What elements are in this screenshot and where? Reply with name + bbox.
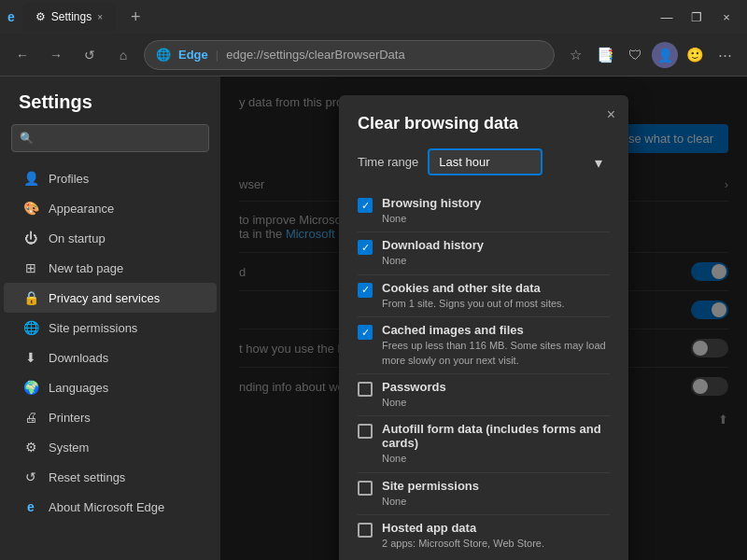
- sidebar-item-new-tab[interactable]: ⊞ New tab page: [4, 253, 217, 283]
- sidebar-item-siteperm-label: Site permissions: [49, 321, 137, 335]
- sidebar-item-profiles-label: Profiles: [49, 172, 89, 186]
- checkbox-cookies-input[interactable]: [358, 283, 373, 298]
- back-button[interactable]: ←: [9, 42, 35, 68]
- checkbox-cookies: Cookies and other site data From 1 site.…: [358, 275, 610, 317]
- sidebar-item-privacy-label: Privacy and services: [49, 291, 160, 305]
- refresh-button[interactable]: ↺: [77, 42, 103, 68]
- sidebar-item-about[interactable]: e About Microsoft Edge: [4, 492, 217, 522]
- time-range-select[interactable]: Last hour Last 24 hours Last 7 days Last…: [428, 148, 543, 175]
- sidebar-search[interactable]: 🔍: [11, 124, 209, 152]
- favorites-icon[interactable]: ☆: [562, 42, 588, 68]
- sidebar-item-startup-label: On startup: [49, 231, 106, 245]
- sidebar-item-privacy[interactable]: 🔒 Privacy and services: [4, 283, 217, 313]
- sidebar-item-newtab-label: New tab page: [49, 261, 123, 275]
- sidebar-item-languages-label: Languages: [49, 381, 108, 395]
- sidebar-item-site-permissions[interactable]: 🌐 Site permissions: [4, 313, 217, 343]
- sidebar-item-profiles[interactable]: 👤 Profiles: [4, 163, 217, 193]
- checkbox-cookies-content: Cookies and other site data From 1 site.…: [382, 281, 565, 311]
- cookies-label: Cookies and other site data: [382, 281, 565, 295]
- address-bar: ← → ↺ ⌂ 🌐 Edge | edge://settings/clearBr…: [0, 34, 747, 77]
- checkbox-browsing-history-input[interactable]: [358, 198, 373, 213]
- checkbox-download-history-input[interactable]: [358, 240, 373, 255]
- maximize-button[interactable]: ❐: [684, 7, 710, 26]
- checkbox-site-permissions-input[interactable]: [358, 481, 373, 496]
- privacy-icon: 🔒: [22, 290, 39, 305]
- profile-icon[interactable]: 👤: [652, 42, 678, 68]
- checkbox-cached-images: Cached images and files Frees up less th…: [358, 317, 610, 374]
- checkbox-download-history: Download history None: [358, 232, 610, 274]
- checkbox-hosted-app-content: Hosted app data 2 apps: Microsoft Store,…: [382, 521, 544, 551]
- reset-icon: ↺: [22, 469, 39, 484]
- sidebar-item-languages[interactable]: 🌍 Languages: [4, 372, 217, 402]
- tab-close-button[interactable]: ×: [97, 12, 103, 22]
- tab-settings-icon: ⚙: [35, 10, 46, 23]
- checkbox-autofill-content: Autofill form data (includes forms and c…: [382, 422, 610, 466]
- new-tab-icon: ⊞: [22, 260, 39, 275]
- sidebar-item-downloads-label: Downloads: [49, 351, 108, 365]
- browsing-history-desc: None: [382, 212, 481, 226]
- minimize-button[interactable]: —: [654, 7, 680, 26]
- cached-images-label: Cached images and files: [382, 323, 610, 337]
- sidebar-item-on-startup[interactable]: ⏻ On startup: [4, 223, 217, 253]
- passwords-label: Passwords: [382, 380, 446, 394]
- sidebar-item-reset[interactable]: ↺ Reset settings: [4, 462, 217, 492]
- appearance-icon: 🎨: [22, 201, 39, 216]
- collections-icon[interactable]: 📑: [592, 42, 618, 68]
- system-icon: ⚙: [22, 440, 39, 455]
- download-history-desc: None: [382, 254, 484, 268]
- active-tab[interactable]: ⚙ Settings ×: [22, 3, 116, 31]
- url-site-label: Edge: [178, 48, 208, 62]
- close-button[interactable]: ×: [713, 7, 740, 26]
- checkbox-hosted-app-input[interactable]: [358, 523, 373, 538]
- sidebar-item-about-label: About Microsoft Edge: [49, 500, 164, 514]
- downloads-icon: ⬇: [22, 350, 39, 365]
- checkbox-list: Browsing history None Download history N…: [358, 190, 610, 557]
- emoji-icon[interactable]: 🙂: [682, 42, 708, 68]
- dialog-overlay: Clear browsing data × Time range Last ho…: [220, 77, 747, 560]
- browsing-history-label: Browsing history: [382, 196, 481, 210]
- checkbox-autofill: Autofill form data (includes forms and c…: [358, 416, 610, 472]
- cached-images-desc: Frees up less than 116 MB. Some sites ma…: [382, 339, 610, 368]
- sidebar-item-downloads[interactable]: ⬇ Downloads: [4, 343, 217, 372]
- dialog-close-button[interactable]: ×: [607, 106, 615, 123]
- checkbox-passwords-content: Passwords None: [382, 380, 446, 410]
- sidebar: Settings 🔍 👤 Profiles 🎨 Appearance ⏻ On …: [0, 77, 220, 560]
- sidebar-item-system[interactable]: ⚙ System: [4, 432, 217, 462]
- settings-title: Settings: [0, 91, 220, 124]
- main-content: Settings 🔍 👤 Profiles 🎨 Appearance ⏻ On …: [0, 77, 747, 560]
- time-range-label: Time range: [358, 155, 418, 169]
- checkbox-browsing-history-content: Browsing history None: [382, 196, 481, 226]
- url-site-icon: 🌐: [156, 48, 171, 62]
- autofill-label: Autofill form data (includes forms and c…: [382, 422, 610, 450]
- clear-browsing-dialog: Clear browsing data × Time range Last ho…: [339, 95, 628, 560]
- checkbox-autofill-input[interactable]: [358, 424, 373, 439]
- printers-icon: 🖨: [22, 410, 39, 425]
- home-button[interactable]: ⌂: [110, 42, 136, 68]
- page-area: y data from this profile will be deleted…: [220, 77, 747, 560]
- checkbox-passwords: Passwords None: [358, 374, 610, 416]
- hosted-app-label: Hosted app data: [382, 521, 544, 535]
- forward-button[interactable]: →: [43, 42, 69, 68]
- sidebar-item-appearance[interactable]: 🎨 Appearance: [4, 193, 217, 223]
- hosted-app-desc: 2 apps: Microsoft Store, Web Store.: [382, 537, 544, 551]
- menu-icon[interactable]: ⋯: [712, 42, 738, 68]
- window-controls: — ❐ ×: [654, 7, 740, 26]
- about-icon: e: [22, 499, 39, 514]
- new-tab-button[interactable]: +: [123, 7, 148, 27]
- checkbox-cached-images-input[interactable]: [358, 325, 373, 340]
- site-permissions-icon: 🌐: [22, 320, 39, 335]
- sidebar-item-reset-label: Reset settings: [49, 470, 125, 484]
- sidebar-item-printers-label: Printers: [49, 411, 91, 425]
- browser-essentials-icon[interactable]: 🛡: [622, 42, 648, 68]
- checkbox-download-history-content: Download history None: [382, 238, 484, 268]
- sidebar-item-system-label: System: [49, 441, 89, 455]
- sidebar-item-printers[interactable]: 🖨 Printers: [4, 402, 217, 432]
- url-bar[interactable]: 🌐 Edge | edge://settings/clearBrowserDat…: [144, 40, 555, 70]
- checkbox-passwords-input[interactable]: [358, 382, 373, 397]
- startup-icon: ⏻: [22, 231, 39, 245]
- checkbox-hosted-app: Hosted app data 2 apps: Microsoft Store,…: [358, 515, 610, 556]
- toolbar-icons: ☆ 📑 🛡 👤 🙂 ⋯: [562, 42, 738, 68]
- profiles-icon: 👤: [22, 171, 39, 186]
- tab-title: Settings: [51, 10, 92, 23]
- site-permissions-desc: None: [382, 495, 479, 509]
